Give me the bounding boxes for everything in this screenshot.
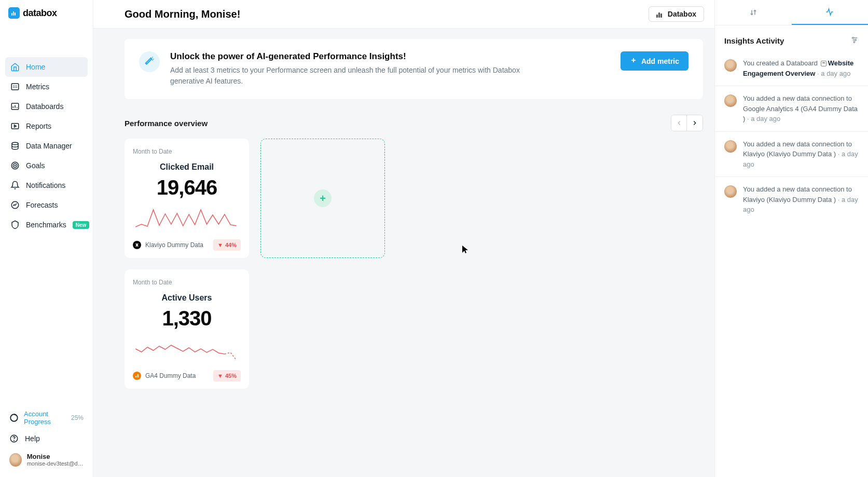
account-progress-label: Account Progress [24,410,66,426]
help-label: Help [25,434,40,443]
tab-sort[interactable] [715,0,792,25]
progress-icon [9,413,19,423]
source-label: Klaviyo Dummy Data [145,241,203,249]
svg-point-8 [10,414,18,421]
card-title: Clicked Email [133,162,241,172]
chart-icon [656,10,664,18]
sidebar-item-goals[interactable]: Goals [5,156,88,175]
performance-header: Performance overview [125,115,703,131]
sidebar-item-help[interactable]: Help [7,430,86,447]
avatar [724,185,737,198]
content-area: Unlock the power of AI-generated Perform… [93,29,714,477]
sparkline-chart [133,334,241,365]
activity-item[interactable]: You added a new data connection to Klavi… [715,132,868,178]
activity-prefix: You created a Databoard [743,59,820,67]
metric-card-clicked-email[interactable]: Month to Date Clicked Email 19,646 Klavi… [125,139,249,258]
ai-insights-banner: Unlock the power of AI-generated Perform… [125,39,703,99]
add-metric-button[interactable]: Add metric [621,51,688,71]
logo-text: databox [23,8,57,19]
banner-description: Add at least 3 metrics to your Performan… [170,65,544,87]
source-label: GA4 Dummy Data [145,372,196,379]
card-value: 19,646 [133,176,241,199]
plus-icon [630,57,637,65]
svg-rect-11 [137,374,139,378]
topbar: Good Morning, Monise! Databox [93,0,714,29]
sidebar-item-forecasts[interactable]: Forecasts [5,195,88,215]
reports-icon [10,121,20,131]
placeholder-card [532,139,657,258]
placeholder-card [396,139,521,258]
placeholder-card [396,269,521,389]
sidebar-bottom: Account Progress 25% Help Monise monise-… [0,401,93,477]
ga4-icon [133,372,141,380]
sidebar-item-data-manager[interactable]: Data Manager [5,136,88,156]
notifications-icon [10,181,20,190]
data-manager-icon [10,141,20,151]
avatar [724,140,737,153]
svg-point-6 [15,165,16,166]
goals-icon [10,161,20,170]
user-email: monise-dev3test@datab... [27,460,84,467]
metric-card-grid: Month to Date Clicked Email 19,646 Klavi… [125,139,703,389]
nav-label: Databoards [26,102,63,111]
nav-label: Forecasts [26,201,58,209]
delta-badge: ▼ 45% [213,370,241,381]
add-metric-card[interactable]: + [260,139,385,258]
section-title: Performance overview [125,119,208,128]
sidebar-item-notifications[interactable]: Notifications [5,175,88,195]
nav-label: Benchmarks [26,221,66,229]
sparkline-chart [133,203,241,235]
nav-label: Reports [26,122,51,130]
account-progress[interactable]: Account Progress 25% [7,406,86,430]
next-button[interactable] [687,115,702,131]
tab-activity[interactable] [792,0,869,25]
nav-label: Data Manager [26,142,72,150]
delta-value: 44% [225,242,237,248]
home-icon [10,62,20,72]
panel-title: Insights Activity [724,36,784,45]
svg-point-10 [14,440,15,441]
down-arrow-icon: ▼ [217,242,223,248]
activity-item[interactable]: You created a Databoard Website Engageme… [715,51,868,86]
cursor-icon [462,245,469,256]
prev-button[interactable] [671,115,687,131]
placeholder-card [260,269,385,389]
nav-label: Notifications [26,181,65,189]
logo-icon [8,7,20,19]
metrics-icon [10,82,20,91]
page-title: Good Morning, Monise! [125,8,240,20]
down-arrow-icon: ▼ [217,373,223,379]
activity-item[interactable]: You added a new data connection to Googl… [715,86,868,132]
metric-card-active-users[interactable]: Month to Date Active Users 1,330 GA4 Dum… [125,269,249,389]
filter-settings-button[interactable] [850,36,859,46]
main-content: Good Morning, Monise! Databox Unlock the… [93,0,714,477]
placeholder-card [532,269,657,389]
company-selector[interactable]: Databox [649,6,704,22]
user-name: Monise [27,453,84,460]
activity-list: You created a Databoard Website Engageme… [715,51,868,477]
klaviyo-icon [133,241,141,249]
activity-item[interactable]: You added a new data connection to Klavi… [715,177,868,222]
delta-badge: ▼ 44% [213,239,241,251]
sidebar-item-databoards[interactable]: Databoards [5,97,88,116]
sidebar-item-reports[interactable]: Reports [5,116,88,136]
activity-time: · a day ago [815,70,850,77]
company-name: Databox [668,10,696,18]
svg-point-3 [12,142,18,145]
sidebar-item-metrics[interactable]: Metrics [5,77,88,97]
sidebar-item-home[interactable]: Home [5,57,88,77]
carousel-nav [671,115,703,131]
account-progress-pct: 25% [71,414,84,421]
databoards-icon [10,102,20,111]
logo[interactable]: databox [0,0,93,26]
nav-label: Home [26,63,45,71]
user-profile[interactable]: Monise monise-dev3test@datab... [7,447,86,472]
activity-time: · a day ago [745,115,780,122]
new-badge: New [73,221,90,229]
help-icon [9,434,19,443]
card-value: 1,330 [133,307,241,330]
benchmarks-icon [10,220,20,229]
card-period: Month to Date [133,148,241,155]
sidebar-item-benchmarks[interactable]: Benchmarks New [5,215,88,235]
svg-point-14 [855,39,857,41]
